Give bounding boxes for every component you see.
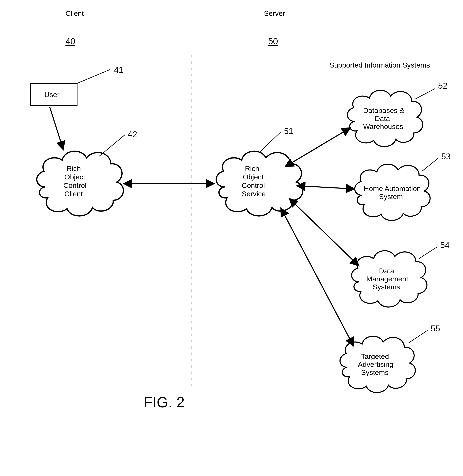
figure-caption: FIG. 2 [143, 394, 185, 411]
data-mgmt-line3: Systems [373, 283, 400, 291]
roc-service-node: Rich Object Control Service [216, 151, 303, 216]
targeted-ads-node: Targeted Advertising Systems [340, 336, 415, 393]
roc-service-line3: Control [242, 181, 265, 189]
databases-ref: 52 [438, 81, 448, 90]
user-leader-line [77, 70, 110, 83]
targeted-ads-ref: 55 [431, 324, 440, 333]
user-label: User [44, 90, 60, 98]
roc-client-leader-line [99, 135, 125, 156]
arrow-user-to-roc-client [50, 106, 63, 150]
roc-service-line1: Rich [245, 164, 259, 172]
roc-client-line2: Object [64, 173, 85, 181]
server-heading: Server [264, 9, 285, 17]
data-mgmt-node: Data Management Systems [352, 251, 427, 307]
databases-line2: Data [375, 115, 390, 123]
supported-info-systems-heading: Supported Information Systems [329, 61, 430, 69]
targeted-ads-leader-line [409, 330, 427, 343]
databases-line1: Databases & [363, 106, 404, 115]
roc-client-line1: Rich [66, 164, 81, 172]
roc-service-line2: Object [243, 173, 264, 181]
data-mgmt-line1: Data [379, 267, 394, 275]
diagram-canvas: Client Server 40 50 Supported Informatio… [0, 0, 463, 476]
databases-node: Databases & Data Warehouses [347, 90, 423, 147]
databases-line3: Warehouses [363, 123, 403, 131]
home-automation-line2: System [379, 193, 403, 201]
targeted-ads-line1: Targeted [361, 352, 389, 360]
roc-service-leader-line [260, 132, 281, 152]
data-mgmt-line2: Management [366, 275, 408, 283]
user-node: User 41 [31, 65, 124, 106]
targeted-ads-line3: Systems [361, 368, 389, 376]
client-ref: 40 [65, 36, 75, 46]
arrow-service-targeted-ads [281, 208, 354, 346]
targeted-ads-line2: Advertising [358, 360, 393, 368]
server-ref: 50 [268, 36, 278, 46]
roc-client-line3: Control [63, 181, 87, 189]
home-automation-node: Home Automation System [355, 164, 430, 220]
roc-service-ref: 51 [284, 126, 294, 136]
home-automation-ref: 53 [441, 152, 451, 161]
client-heading: Client [65, 9, 84, 17]
user-ref: 41 [114, 65, 124, 75]
arrow-service-home-automation [297, 186, 355, 189]
roc-client-node: Rich Object Control Client [37, 151, 123, 216]
arrow-service-databases [285, 128, 350, 167]
roc-client-line4: Client [64, 190, 83, 198]
home-automation-leader-line [422, 158, 438, 171]
roc-client-ref: 42 [128, 130, 137, 139]
roc-service-line4: Service [242, 190, 266, 198]
data-mgmt-ref: 54 [440, 240, 450, 250]
data-mgmt-leader-line [419, 247, 437, 259]
arrow-service-data-mgmt [289, 198, 359, 266]
home-automation-line1: Home Automation [364, 185, 421, 193]
databases-leader-line [415, 89, 435, 99]
